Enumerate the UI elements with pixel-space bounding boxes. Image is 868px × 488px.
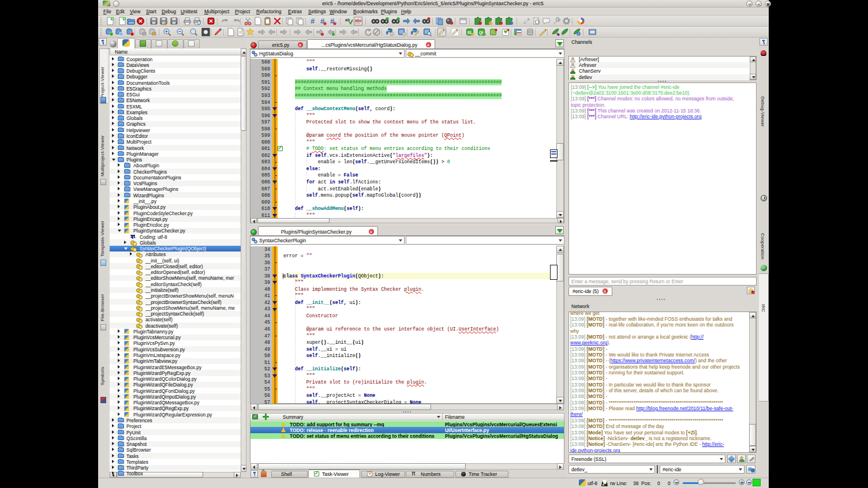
svg-text:01: 01	[467, 31, 472, 35]
svg-text:#: #	[310, 17, 315, 25]
svg-text:ab: ab	[345, 18, 350, 22]
svg-text:abc: abc	[355, 18, 362, 22]
